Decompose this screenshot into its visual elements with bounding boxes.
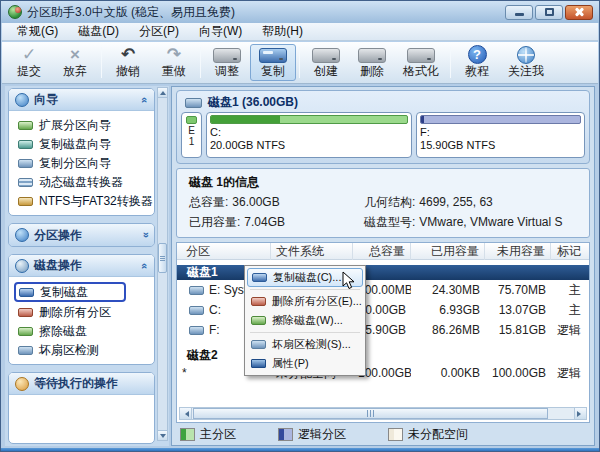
extend-wizard-icon <box>18 121 33 130</box>
toolbar: ✓ 提交 × 放弃 ↶ 撤销 ↷ 重做 调整 复制 创建 <box>2 42 598 84</box>
table-h-scrollbar[interactable] <box>179 407 587 420</box>
arrow-down-icon <box>160 434 166 438</box>
panel-pending-ops-header[interactable]: 等待执行的操作 <box>9 373 154 395</box>
delete-partition-icon <box>358 48 386 63</box>
disk-overview-title: 磁盘1 (36.00GB) <box>208 94 298 111</box>
close-icon <box>574 7 584 17</box>
panel-wizards: 向导 « 扩展分区向导 复制磁盘向导 复制分区向导 <box>8 88 155 216</box>
follow-me-button[interactable]: 关注我 <box>500 44 552 81</box>
menu-disk[interactable]: 磁盘(D) <box>69 22 128 41</box>
table-row[interactable]: * 未分配空间 100.00GB 0.00KB 100.00GB 逻辑 <box>177 363 589 383</box>
delete-all-partitions-icon <box>251 297 266 306</box>
mouse-cursor <box>342 271 356 291</box>
create-button[interactable]: 创建 <box>303 44 349 81</box>
partition-block-c[interactable]: C: 20.00GB NTFS <box>206 112 412 158</box>
content-area: 磁盘1 (36.00GB) E 1 C: 20.00GB NTFS <box>171 86 595 446</box>
copy-disk-icon <box>19 288 34 297</box>
panel-partition-ops: 分区操作 « <box>8 223 155 247</box>
commit-button[interactable]: ✓ 提交 <box>6 44 52 81</box>
sidebar-item-copy-disk[interactable]: 复制磁盘 <box>14 282 126 302</box>
scroll-down-arrow[interactable] <box>158 430 167 440</box>
chevron-up-icon[interactable]: « <box>139 96 151 102</box>
pending-ops-list <box>9 395 154 443</box>
scroll-left-arrow[interactable] <box>180 408 192 419</box>
dynamic-disk-converter-icon <box>18 178 33 187</box>
menu-item-properties[interactable]: 属性(P) <box>247 354 363 373</box>
minimize-button[interactable] <box>505 5 533 20</box>
sidebar-item-wipe-disk[interactable]: 擦除磁盘 <box>9 322 154 341</box>
chevron-down-icon[interactable]: « <box>139 232 151 238</box>
menu-separator <box>250 332 360 333</box>
close-button[interactable] <box>565 5 593 20</box>
copy-button[interactable]: 复制 <box>250 44 296 81</box>
delete-button[interactable]: 删除 <box>349 44 395 81</box>
minimize-icon <box>515 13 524 16</box>
menu-general[interactable]: 常规(G) <box>8 22 67 41</box>
partition-table: 分区 文件系统 总容量 已用容量 未用容量 标记 磁盘1 E: System 1… <box>176 242 590 423</box>
panel-wizards-header[interactable]: 向导 « <box>9 89 154 111</box>
undo-button[interactable]: ↶ 撤销 <box>105 44 151 81</box>
scroll-right-arrow[interactable] <box>574 408 586 419</box>
follow-globe-icon <box>517 46 535 64</box>
tutorial-help-icon <box>468 45 487 64</box>
format-partition-icon <box>407 48 435 63</box>
column-used[interactable]: 已用容量 <box>411 243 485 260</box>
disk-ops-icon <box>15 259 29 273</box>
format-button[interactable]: 格式化 <box>395 44 447 81</box>
properties-icon <box>251 359 266 368</box>
column-filesystem[interactable]: 文件系统 <box>271 243 353 260</box>
partition-ops-icon <box>15 228 29 242</box>
partition-icon <box>189 326 204 335</box>
panel-partition-ops-header[interactable]: 分区操作 « <box>9 224 154 246</box>
partition-bar-c <box>210 115 408 124</box>
sidebar-item-dynamic-disk-converter[interactable]: 动态磁盘转换器 <box>9 173 154 192</box>
sidebar-item-ntfs-fat32-converter[interactable]: NTFS与FAT32转换器 <box>9 192 154 211</box>
menu-item-wipe-disk[interactable]: 擦除磁盘(W)... <box>247 311 363 330</box>
menu-wizard[interactable]: 向导(W) <box>190 22 251 41</box>
disk-info-geometry: 几何结构:4699, 255, 63 <box>364 194 577 211</box>
partition-block-e[interactable]: E 1 <box>181 112 202 158</box>
tutorial-button[interactable]: 教程 <box>454 44 500 81</box>
menu-item-delete-all-partitions[interactable]: 删除所有分区(E)... <box>247 292 363 311</box>
resize-button[interactable]: 调整 <box>204 44 250 81</box>
chevron-up-icon[interactable]: « <box>139 262 151 268</box>
discard-x-icon: × <box>70 46 80 64</box>
sidebar-item-copy-disk-wizard[interactable]: 复制磁盘向导 <box>9 135 154 154</box>
sidebar-scrollbar[interactable] <box>157 87 168 441</box>
h-scrollbar-thumb[interactable] <box>193 408 548 419</box>
table-row-disk1[interactable]: 磁盘1 <box>177 265 589 280</box>
table-row[interactable]: E: System 100.00MB 24.30MB 75.70MB 主 <box>177 280 589 300</box>
column-tag[interactable]: 标记 <box>551 243 589 260</box>
legend-unallocated: 未分配空间 <box>388 426 468 443</box>
sidebar-item-bad-sector-test[interactable]: 坏扇区检测 <box>9 341 154 360</box>
table-row[interactable]: C: 20.00GB 6.93GB 13.07GB 主 <box>177 300 589 320</box>
bad-sector-test-icon <box>18 346 33 355</box>
menu-item-bad-sector-test[interactable]: 坏扇区检测(S)... <box>247 335 363 354</box>
table-row-disk2[interactable]: 磁盘2 <box>177 347 589 363</box>
column-total[interactable]: 总容量 <box>353 243 411 260</box>
window-frame-bottom <box>1 448 599 451</box>
arrow-right-icon <box>577 411 584 417</box>
column-partition[interactable]: 分区 <box>177 243 271 260</box>
toolbar-separator <box>450 47 451 78</box>
panel-disk-ops-header[interactable]: 磁盘操作 « <box>9 255 154 277</box>
column-free[interactable]: 未用容量 <box>485 243 551 260</box>
table-row[interactable]: F: 15.90GB 86.26MB 15.81GB 逻辑 <box>177 320 589 340</box>
discard-button[interactable]: × 放弃 <box>52 44 98 81</box>
sidebar-item-delete-all-partitions[interactable]: 删除所有分区 <box>9 303 154 322</box>
disk-info-total-capacity: 总容量:36.00GB <box>189 194 364 211</box>
menu-help[interactable]: 帮助(H) <box>253 22 312 41</box>
redo-button[interactable]: ↷ 重做 <box>151 44 197 81</box>
sidebar-item-extend-partition-wizard[interactable]: 扩展分区向导 <box>9 116 154 135</box>
partition-bar-e <box>186 116 197 124</box>
copy-partition-wizard-icon <box>18 159 33 168</box>
maximize-button[interactable] <box>535 5 563 20</box>
partition-block-f[interactable]: F: 15.90GB NTFS <box>416 112 585 158</box>
toolbar-separator <box>200 47 201 78</box>
scrollbar-thumb[interactable] <box>158 243 167 273</box>
disk-info-model: 磁盘型号:VMware, VMware Virtual S <box>364 214 577 231</box>
sidebar-item-copy-partition-wizard[interactable]: 复制分区向导 <box>9 154 154 173</box>
partition-bar-f <box>420 115 581 124</box>
menu-partition[interactable]: 分区(P) <box>130 22 188 41</box>
scroll-up-arrow[interactable] <box>158 88 167 98</box>
